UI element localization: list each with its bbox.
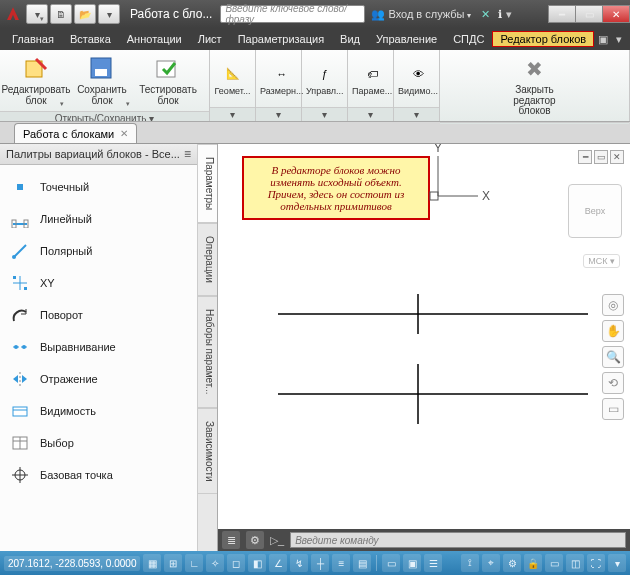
close-editor-icon: ✖ xyxy=(521,55,549,83)
wcs-dropdown[interactable]: МСК ▾ xyxy=(583,254,620,268)
command-input[interactable]: Введите команду xyxy=(290,532,626,548)
tab-layout[interactable]: Лист xyxy=(190,31,230,47)
tab-view[interactable]: Вид xyxy=(332,31,368,47)
status-3dosnap-icon[interactable]: ◧ xyxy=(248,554,266,572)
tool-visibility[interactable]: Видимость xyxy=(0,395,197,427)
nav-showmotion-icon[interactable]: ▭ xyxy=(602,398,624,420)
svg-point-15 xyxy=(14,345,18,349)
geom-icon: 📐 xyxy=(221,62,245,86)
qat-new-icon[interactable]: 🗎 xyxy=(50,4,72,24)
tool-basepoint[interactable]: Базовая точка xyxy=(0,459,197,491)
status-lwt-icon[interactable]: ≡ xyxy=(332,554,350,572)
status-annovis-icon[interactable]: ⌖ xyxy=(482,554,500,572)
status-iso-icon[interactable]: ◫ xyxy=(566,554,584,572)
ribbon-group-manage[interactable]: ƒУправл...▾ xyxy=(302,50,348,121)
cmd-history-icon[interactable]: ≣ xyxy=(222,531,240,549)
sign-in-label: Вход в службы xyxy=(388,8,470,20)
group-close-label: Закрыть xyxy=(440,122,629,124)
edit-block-button[interactable]: Редактировать блок xyxy=(4,52,68,109)
nav-pan-icon[interactable]: ✋ xyxy=(602,320,624,342)
side-tab-constraints[interactable]: Зависимости xyxy=(198,408,217,495)
side-tab-paramsets[interactable]: Наборы парамет... xyxy=(198,296,217,408)
status-qp-icon[interactable]: ▣ xyxy=(403,554,421,572)
tool-align[interactable]: Выравнивание xyxy=(0,331,197,363)
maximize-button[interactable]: ▭ xyxy=(575,5,603,23)
tool-xy[interactable]: XY xyxy=(0,267,197,299)
palette-title: Палитры вариаций блоков - Все... xyxy=(6,148,180,160)
tab-home[interactable]: Главная xyxy=(4,31,62,47)
tab-insert[interactable]: Вставка xyxy=(62,31,119,47)
qat-open-icon[interactable]: 📂 xyxy=(74,4,96,24)
ribbon-collapse-icon[interactable]: ▣ xyxy=(596,30,610,48)
dim-label: Размерн... xyxy=(260,86,303,96)
status-ws-icon[interactable]: ⚙ xyxy=(503,554,521,572)
point-icon xyxy=(10,177,30,197)
palette-menu-icon[interactable]: ≡ xyxy=(184,147,191,161)
side-tab-params[interactable]: Параметры xyxy=(198,144,217,223)
tool-flip[interactable]: Отражение xyxy=(0,363,197,395)
status-sc-icon[interactable]: ☰ xyxy=(424,554,442,572)
tool-rotate[interactable]: Поворот xyxy=(0,299,197,331)
ribbon-more-icon[interactable]: ▾ xyxy=(612,30,626,48)
document-tab-close-icon[interactable]: ✕ xyxy=(120,128,128,139)
status-annoscale-icon[interactable]: ⟟ xyxy=(461,554,479,572)
status-ortho-icon[interactable]: ∟ xyxy=(185,554,203,572)
tool-polar[interactable]: Полярный xyxy=(0,235,197,267)
nav-wheel-icon[interactable]: ◎ xyxy=(602,294,624,316)
tool-lookup[interactable]: Выбор xyxy=(0,427,197,459)
status-polar-icon[interactable]: ✧ xyxy=(206,554,224,572)
coordinates[interactable]: 207.1612, -228.0593, 0.0000 xyxy=(4,556,140,571)
qat-dropdown[interactable]: ▾ xyxy=(98,4,120,24)
ribbon-group-vis[interactable]: 👁Видимо...▾ xyxy=(394,50,440,121)
drawing-canvas[interactable]: ━ ▭ ✕ В редакторе блоков можно изменять … xyxy=(218,144,630,551)
document-tab[interactable]: Работа с блоками ✕ xyxy=(14,123,137,143)
test-block-button[interactable]: Тестировать блок xyxy=(136,52,200,109)
tool-linear[interactable]: Линейный xyxy=(0,203,197,235)
tool-list: Точечный Линейный Полярный XY Поворот Вы… xyxy=(0,165,197,497)
edit-block-label: Редактировать блок xyxy=(1,85,70,106)
status-custom-icon[interactable]: ▾ xyxy=(608,554,626,572)
group-open-save-label[interactable]: Открыть/Сохранить ▾ xyxy=(0,111,209,121)
svg-rect-18 xyxy=(13,407,27,416)
status-osnap-icon[interactable]: ◻ xyxy=(227,554,245,572)
cmd-settings-icon[interactable]: ⚙ xyxy=(246,531,264,549)
tab-parametric[interactable]: Параметризация xyxy=(230,31,332,47)
ribbon-group-param[interactable]: 🏷Параме...▾ xyxy=(348,50,394,121)
tool-point[interactable]: Точечный xyxy=(0,171,197,203)
status-otrack-icon[interactable]: ∠ xyxy=(269,554,287,572)
minimize-button[interactable]: ━ xyxy=(548,5,576,23)
tab-annotate[interactable]: Аннотации xyxy=(119,31,190,47)
svg-line-8 xyxy=(14,245,26,257)
status-clean-icon[interactable]: ⛶ xyxy=(587,554,605,572)
lookup-icon xyxy=(10,433,30,453)
close-editor-label: Закрыть редактор блоков xyxy=(505,85,565,117)
status-tpy-icon[interactable]: ▤ xyxy=(353,554,371,572)
status-grid-icon[interactable]: ⊞ xyxy=(164,554,182,572)
status-model-icon[interactable]: ▭ xyxy=(382,554,400,572)
status-ducs-icon[interactable]: ↯ xyxy=(290,554,308,572)
status-hw-icon[interactable]: ▭ xyxy=(545,554,563,572)
tab-block-editor[interactable]: Редактор блоков xyxy=(492,31,594,47)
status-snap-icon[interactable]: ▦ xyxy=(143,554,161,572)
help-dropdown[interactable]: ▾ xyxy=(506,8,512,21)
app-menu-button[interactable]: ▾ xyxy=(26,4,48,24)
tab-manage[interactable]: Управление xyxy=(368,31,445,47)
close-block-editor-button[interactable]: ✖ Закрыть редактор блоков xyxy=(503,52,567,120)
status-dyn-icon[interactable]: ┼ xyxy=(311,554,329,572)
ribbon-group-geom[interactable]: 📐Геомет...▾ xyxy=(210,50,256,121)
viewcube[interactable]: Верх xyxy=(568,184,622,238)
ribbon-group-dim[interactable]: ↔Размерн...▾ xyxy=(256,50,302,121)
close-button[interactable]: ✕ xyxy=(602,5,630,23)
help-icon[interactable]: ℹ xyxy=(498,8,502,21)
palette-title-bar[interactable]: Палитры вариаций блоков - Все... ≡ xyxy=(0,144,197,165)
save-block-icon xyxy=(88,55,116,83)
nav-zoom-icon[interactable]: 🔍 xyxy=(602,346,624,368)
sign-in-area[interactable]: 👥 Вход в службы xyxy=(371,8,470,21)
nav-orbit-icon[interactable]: ⟲ xyxy=(602,372,624,394)
exchange-icon[interactable]: ✕ xyxy=(481,8,490,21)
save-block-button[interactable]: Сохранить блок xyxy=(70,52,134,109)
status-lock-icon[interactable]: 🔒 xyxy=(524,554,542,572)
side-tab-actions[interactable]: Операции xyxy=(198,223,217,296)
tab-spds[interactable]: СПДС xyxy=(445,31,492,47)
search-input[interactable]: Введите ключевое слово/фразу xyxy=(220,5,365,23)
